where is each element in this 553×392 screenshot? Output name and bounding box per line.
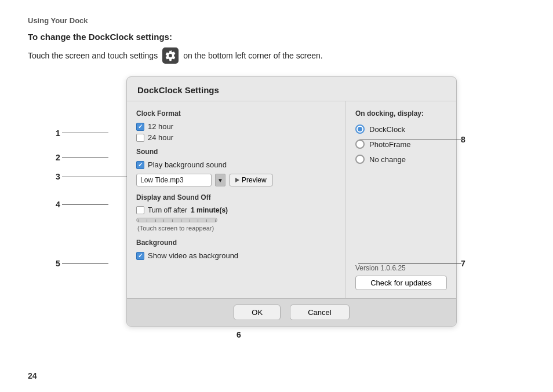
dockclock-dialog: DockClock Settings Clock Format 12 hour …	[126, 76, 457, 327]
on-docking-label: On docking, display:	[355, 109, 447, 118]
12hour-label: 12 hour	[148, 122, 173, 131]
ok-button[interactable]: OK	[234, 305, 281, 320]
instruction-after: on the bottom left corner of the screen.	[183, 51, 322, 60]
tick	[206, 219, 207, 222]
dialog-body: Clock Format 12 hour 24 hour Sound Play …	[127, 101, 456, 298]
gear-icon	[162, 47, 179, 64]
instruction-heading: To change the DockClock settings:	[28, 32, 525, 42]
tick	[147, 219, 147, 222]
display-off-section: Display and Sound Off Turn off after 1 m…	[136, 193, 336, 232]
play-bg-sound-checkbox[interactable]	[136, 161, 144, 169]
version-text: Version 1.0.6.25	[355, 264, 447, 272]
preview-label: Preview	[242, 176, 267, 184]
24hour-checkbox[interactable]	[136, 134, 144, 142]
touch-screen-note: (Touch screen to reappear)	[137, 225, 336, 232]
turn-off-label: Turn off after	[148, 206, 187, 214]
24hour-label: 24 hour	[148, 133, 173, 142]
tick	[163, 219, 164, 222]
nochange-radio[interactable]	[355, 155, 365, 164]
turn-off-value: 1 minute(s)	[191, 206, 228, 214]
check-updates-button[interactable]: Check for updates	[355, 276, 447, 290]
instruction-text: Touch the screen and touch settings on t…	[28, 47, 525, 64]
instruction-before: Touch the screen and touch settings	[28, 51, 158, 60]
photoframe-option: PhotoFrame	[369, 140, 411, 149]
right-panel: On docking, display: DockClock PhotoFram…	[346, 101, 456, 298]
sound-label: Sound	[136, 148, 336, 156]
nochange-option: No change	[369, 155, 406, 164]
play-bg-sound-label: Play background sound	[148, 160, 227, 169]
photoframe-radio[interactable]	[355, 140, 365, 149]
slider-ticks	[137, 219, 217, 222]
dialog-footer: OK Cancel	[127, 298, 456, 326]
sound-file-name: Low Tide.mp3	[140, 176, 184, 184]
background-label: Background	[136, 239, 336, 247]
tick	[155, 219, 156, 222]
turn-off-row: Turn off after 1 minute(s)	[136, 206, 336, 214]
show-video-checkbox[interactable]	[136, 252, 144, 260]
section-title: Using Your Dock	[28, 16, 525, 25]
show-video-row[interactable]: Show video as background	[136, 251, 336, 260]
24hour-row[interactable]: 24 hour	[136, 133, 336, 142]
dockclock-option: DockClock	[369, 125, 405, 134]
tick	[181, 219, 181, 222]
tick	[215, 219, 216, 222]
timer-slider[interactable]	[136, 218, 217, 222]
dockclock-radio[interactable]	[355, 124, 365, 134]
nochange-radio-row[interactable]: No change	[355, 155, 447, 164]
display-off-label: Display and Sound Off	[136, 193, 336, 202]
play-icon	[235, 178, 239, 182]
left-panel: Clock Format 12 hour 24 hour Sound Play …	[127, 101, 346, 298]
12hour-row[interactable]: 12 hour	[136, 122, 336, 131]
sound-file-row: Low Tide.mp3 ▼ Preview	[136, 174, 336, 186]
photoframe-radio-row[interactable]: PhotoFrame	[355, 140, 447, 149]
sound-dropdown[interactable]: Low Tide.mp3	[136, 174, 212, 186]
preview-button[interactable]: Preview	[229, 174, 273, 186]
dockclock-radio-row[interactable]: DockClock	[355, 124, 447, 134]
cancel-button[interactable]: Cancel	[290, 305, 349, 320]
background-section: Background Show video as background	[136, 239, 336, 260]
tick	[172, 219, 173, 222]
12hour-checkbox[interactable]	[136, 123, 144, 131]
clock-format-label: Clock Format	[136, 109, 336, 118]
play-bg-sound-row[interactable]: Play background sound	[136, 160, 336, 169]
page-number: 24	[28, 371, 37, 380]
turn-off-checkbox[interactable]	[136, 206, 144, 214]
tick	[198, 219, 198, 222]
tick	[190, 219, 190, 222]
show-video-label: Show video as background	[148, 251, 238, 260]
tick	[138, 219, 139, 222]
dropdown-arrow-icon[interactable]: ▼	[215, 174, 225, 186]
dialog-title: DockClock Settings	[127, 77, 456, 101]
